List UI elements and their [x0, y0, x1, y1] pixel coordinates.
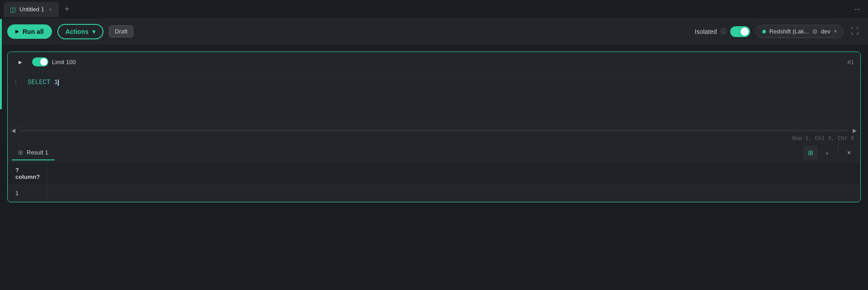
result-close-button[interactable]: × [842, 145, 856, 160]
query-block: ▶ Limit 100 #1 1 SELECT 1 [7, 51, 861, 202]
result-actions: ⊞ ⬦ × [803, 145, 856, 160]
more-options-button[interactable]: ··· [850, 3, 864, 16]
table-row: 1 [8, 185, 860, 201]
result-divider [838, 145, 838, 154]
result-table-view-button[interactable]: ⊞ [803, 145, 818, 160]
actions-label: Actions [66, 28, 89, 35]
code-line-1: 1 SELECT 1 [8, 78, 860, 87]
table-header-row: ?column? [8, 162, 860, 185]
result-area: ⊞ Result 1 ⊞ ⬦ × [8, 143, 860, 202]
query-run-button[interactable]: ▶ [14, 56, 27, 68]
draft-badge[interactable]: Draft [109, 25, 133, 37]
keyword-select: SELECT [28, 79, 50, 86]
table-cell-empty [47, 185, 860, 201]
actions-button[interactable]: Actions ▾ [57, 24, 103, 39]
column-header-label: ?column? [15, 167, 40, 180]
db-status-dot [762, 30, 766, 33]
play-icon: ▶ [15, 29, 19, 34]
result-tabs: ⊞ Result 1 ⊞ ⬦ × [8, 143, 860, 162]
code-number: 1 [54, 79, 58, 86]
db-schema: dev [821, 28, 830, 35]
line-number-1: 1 [14, 80, 28, 86]
limit-toggle-container: Limit 100 [32, 57, 76, 66]
scroll-right-button[interactable]: ▶ [851, 126, 859, 135]
code-editor[interactable]: 1 SELECT 1 [8, 72, 860, 126]
toolbar: ▶ Run all Actions ▾ Draft Isolated ⓘ Red… [0, 19, 868, 44]
database-selector[interactable]: Redshift (Lak... ⊙ dev ▾ [755, 25, 844, 38]
db-name: Redshift (Lak... [769, 28, 809, 35]
notebook-icon: ◫ [10, 6, 16, 13]
table-icon: ⊞ [808, 149, 813, 156]
code-content-1: SELECT 1 [28, 79, 59, 86]
db-icon: ⊙ [812, 28, 817, 35]
cursor-position: Row 1, Col 9, Chr 8 [792, 136, 854, 142]
result-table: ?column? 1 [8, 162, 860, 201]
tab-bar-right: ··· [850, 3, 864, 16]
result-tab-label: Result 1 [27, 149, 48, 156]
result-chart-view-button[interactable]: ⬦ [820, 145, 834, 160]
result-tab-icon: ⊞ [18, 149, 23, 156]
scroll-left-button[interactable]: ◀ [9, 126, 17, 135]
status-bar: Row 1, Col 9, Chr 8 [8, 134, 860, 144]
query-number: #1 [848, 59, 854, 65]
run-all-label: Run all [23, 28, 44, 35]
cursor [58, 80, 59, 86]
run-all-button[interactable]: ▶ Run all [7, 24, 52, 39]
isolated-label: Isolated [695, 28, 717, 35]
info-icon[interactable]: ⓘ [721, 28, 727, 36]
toggle-track [730, 26, 750, 37]
chart-icon: ⬦ [825, 149, 829, 156]
limit-toggle-switch[interactable] [32, 57, 48, 66]
result-tab-1[interactable]: ⊞ Result 1 [12, 145, 55, 160]
limit-label: Limit 100 [52, 59, 76, 65]
isolated-container: Isolated ⓘ [695, 26, 750, 37]
limit-toggle-thumb [40, 58, 47, 65]
result-table-container: ?column? 1 [8, 162, 860, 201]
horizontal-scrollbar: ◀ ▶ [8, 126, 860, 134]
tab-bar: ◫ Untitled 1 × + ··· [0, 0, 868, 19]
tab-close-button[interactable]: × [48, 6, 52, 13]
toolbar-right: Isolated ⓘ Redshift (Lak... ⊙ dev ▾ ⛶ [695, 25, 861, 38]
db-chevron-icon: ▾ [834, 28, 837, 34]
expand-button[interactable]: ⛶ [849, 25, 861, 38]
scroll-track[interactable] [19, 129, 849, 132]
table-header-column: ?column? [8, 162, 47, 185]
close-icon: × [847, 149, 851, 156]
table-header-empty [47, 162, 860, 185]
isolated-toggle[interactable] [730, 26, 750, 37]
table-cell-value: 1 [8, 185, 47, 201]
query-play-icon: ▶ [19, 60, 22, 65]
main-content: ▶ Limit 100 #1 1 SELECT 1 [0, 44, 868, 290]
toggle-thumb [741, 28, 749, 36]
query-header: ▶ Limit 100 #1 [8, 52, 860, 72]
chevron-down-icon: ▾ [92, 28, 95, 35]
tab-untitled-1[interactable]: ◫ Untitled 1 × [4, 2, 59, 17]
sidebar-indicator [0, 19, 2, 109]
new-tab-button[interactable]: + [61, 4, 72, 15]
tab-label: Untitled 1 [19, 6, 44, 13]
